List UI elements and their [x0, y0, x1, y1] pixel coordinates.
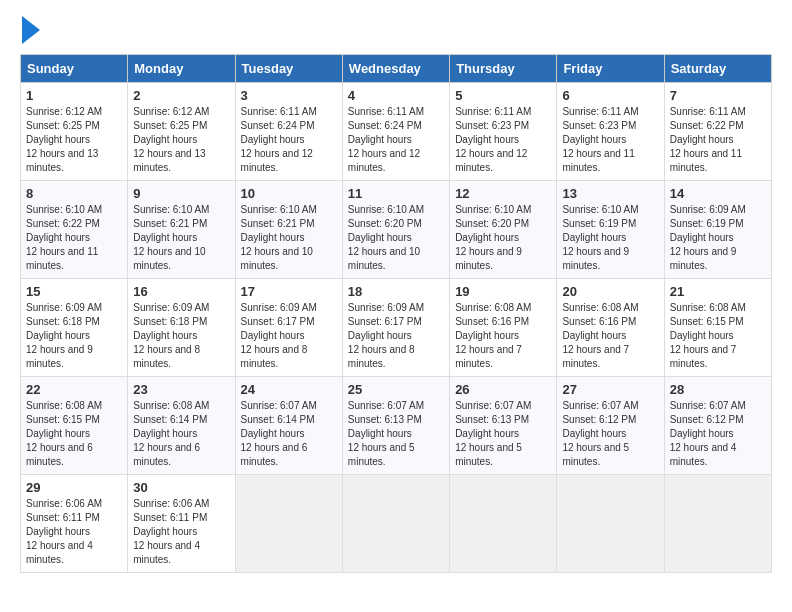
calendar-cell: 11Sunrise: 6:10 AMSunset: 6:20 PMDayligh…	[342, 181, 449, 279]
calendar-cell: 30Sunrise: 6:06 AMSunset: 6:11 PMDayligh…	[128, 475, 235, 573]
day-info: Sunrise: 6:08 AMSunset: 6:14 PMDaylight …	[133, 399, 229, 469]
day-number: 11	[348, 186, 444, 201]
calendar-cell: 6Sunrise: 6:11 AMSunset: 6:23 PMDaylight…	[557, 83, 664, 181]
calendar-cell: 5Sunrise: 6:11 AMSunset: 6:23 PMDaylight…	[450, 83, 557, 181]
logo-arrow-icon	[22, 16, 40, 44]
day-info: Sunrise: 6:10 AMSunset: 6:20 PMDaylight …	[455, 203, 551, 273]
calendar-cell: 22Sunrise: 6:08 AMSunset: 6:15 PMDayligh…	[21, 377, 128, 475]
calendar-cell: 25Sunrise: 6:07 AMSunset: 6:13 PMDayligh…	[342, 377, 449, 475]
calendar-cell	[557, 475, 664, 573]
day-number: 26	[455, 382, 551, 397]
calendar-cell: 27Sunrise: 6:07 AMSunset: 6:12 PMDayligh…	[557, 377, 664, 475]
calendar-row: 1Sunrise: 6:12 AMSunset: 6:25 PMDaylight…	[21, 83, 772, 181]
calendar-cell: 23Sunrise: 6:08 AMSunset: 6:14 PMDayligh…	[128, 377, 235, 475]
calendar-cell: 20Sunrise: 6:08 AMSunset: 6:16 PMDayligh…	[557, 279, 664, 377]
calendar-cell: 29Sunrise: 6:06 AMSunset: 6:11 PMDayligh…	[21, 475, 128, 573]
calendar-cell: 8Sunrise: 6:10 AMSunset: 6:22 PMDaylight…	[21, 181, 128, 279]
calendar-cell	[664, 475, 771, 573]
day-info: Sunrise: 6:07 AMSunset: 6:13 PMDaylight …	[348, 399, 444, 469]
day-number: 16	[133, 284, 229, 299]
day-info: Sunrise: 6:11 AMSunset: 6:24 PMDaylight …	[241, 105, 337, 175]
day-info: Sunrise: 6:10 AMSunset: 6:21 PMDaylight …	[241, 203, 337, 273]
day-number: 28	[670, 382, 766, 397]
calendar-cell: 9Sunrise: 6:10 AMSunset: 6:21 PMDaylight…	[128, 181, 235, 279]
calendar-cell	[235, 475, 342, 573]
day-number: 1	[26, 88, 122, 103]
day-number: 9	[133, 186, 229, 201]
calendar-row: 8Sunrise: 6:10 AMSunset: 6:22 PMDaylight…	[21, 181, 772, 279]
calendar-cell: 7Sunrise: 6:11 AMSunset: 6:22 PMDaylight…	[664, 83, 771, 181]
calendar-cell: 24Sunrise: 6:07 AMSunset: 6:14 PMDayligh…	[235, 377, 342, 475]
calendar-cell: 10Sunrise: 6:10 AMSunset: 6:21 PMDayligh…	[235, 181, 342, 279]
calendar-cell: 19Sunrise: 6:08 AMSunset: 6:16 PMDayligh…	[450, 279, 557, 377]
calendar-cell: 21Sunrise: 6:08 AMSunset: 6:15 PMDayligh…	[664, 279, 771, 377]
day-info: Sunrise: 6:10 AMSunset: 6:19 PMDaylight …	[562, 203, 658, 273]
calendar-cell: 16Sunrise: 6:09 AMSunset: 6:18 PMDayligh…	[128, 279, 235, 377]
day-info: Sunrise: 6:06 AMSunset: 6:11 PMDaylight …	[26, 497, 122, 567]
calendar-table: SundayMondayTuesdayWednesdayThursdayFrid…	[20, 54, 772, 573]
day-number: 6	[562, 88, 658, 103]
day-info: Sunrise: 6:09 AMSunset: 6:18 PMDaylight …	[133, 301, 229, 371]
day-info: Sunrise: 6:08 AMSunset: 6:16 PMDaylight …	[455, 301, 551, 371]
calendar-cell: 18Sunrise: 6:09 AMSunset: 6:17 PMDayligh…	[342, 279, 449, 377]
day-number: 2	[133, 88, 229, 103]
day-info: Sunrise: 6:12 AMSunset: 6:25 PMDaylight …	[26, 105, 122, 175]
day-number: 24	[241, 382, 337, 397]
day-header-sunday: Sunday	[21, 55, 128, 83]
day-info: Sunrise: 6:07 AMSunset: 6:13 PMDaylight …	[455, 399, 551, 469]
calendar-cell: 1Sunrise: 6:12 AMSunset: 6:25 PMDaylight…	[21, 83, 128, 181]
day-number: 23	[133, 382, 229, 397]
day-header-wednesday: Wednesday	[342, 55, 449, 83]
day-info: Sunrise: 6:08 AMSunset: 6:15 PMDaylight …	[26, 399, 122, 469]
day-info: Sunrise: 6:07 AMSunset: 6:14 PMDaylight …	[241, 399, 337, 469]
calendar-cell: 14Sunrise: 6:09 AMSunset: 6:19 PMDayligh…	[664, 181, 771, 279]
calendar-cell: 26Sunrise: 6:07 AMSunset: 6:13 PMDayligh…	[450, 377, 557, 475]
day-header-thursday: Thursday	[450, 55, 557, 83]
day-number: 18	[348, 284, 444, 299]
day-number: 12	[455, 186, 551, 201]
calendar-cell: 12Sunrise: 6:10 AMSunset: 6:20 PMDayligh…	[450, 181, 557, 279]
day-info: Sunrise: 6:11 AMSunset: 6:23 PMDaylight …	[562, 105, 658, 175]
calendar-cell: 28Sunrise: 6:07 AMSunset: 6:12 PMDayligh…	[664, 377, 771, 475]
day-number: 5	[455, 88, 551, 103]
day-number: 10	[241, 186, 337, 201]
calendar-cell: 3Sunrise: 6:11 AMSunset: 6:24 PMDaylight…	[235, 83, 342, 181]
day-info: Sunrise: 6:09 AMSunset: 6:17 PMDaylight …	[241, 301, 337, 371]
day-info: Sunrise: 6:11 AMSunset: 6:24 PMDaylight …	[348, 105, 444, 175]
page-header	[20, 20, 772, 44]
day-number: 15	[26, 284, 122, 299]
day-number: 19	[455, 284, 551, 299]
calendar-header-row: SundayMondayTuesdayWednesdayThursdayFrid…	[21, 55, 772, 83]
day-number: 20	[562, 284, 658, 299]
day-number: 29	[26, 480, 122, 495]
calendar-row: 22Sunrise: 6:08 AMSunset: 6:15 PMDayligh…	[21, 377, 772, 475]
day-number: 17	[241, 284, 337, 299]
day-number: 3	[241, 88, 337, 103]
calendar-cell: 2Sunrise: 6:12 AMSunset: 6:25 PMDaylight…	[128, 83, 235, 181]
day-number: 25	[348, 382, 444, 397]
day-info: Sunrise: 6:10 AMSunset: 6:20 PMDaylight …	[348, 203, 444, 273]
day-info: Sunrise: 6:12 AMSunset: 6:25 PMDaylight …	[133, 105, 229, 175]
day-info: Sunrise: 6:07 AMSunset: 6:12 PMDaylight …	[670, 399, 766, 469]
calendar-row: 29Sunrise: 6:06 AMSunset: 6:11 PMDayligh…	[21, 475, 772, 573]
day-info: Sunrise: 6:08 AMSunset: 6:16 PMDaylight …	[562, 301, 658, 371]
calendar-cell: 17Sunrise: 6:09 AMSunset: 6:17 PMDayligh…	[235, 279, 342, 377]
day-number: 30	[133, 480, 229, 495]
day-number: 14	[670, 186, 766, 201]
day-info: Sunrise: 6:09 AMSunset: 6:19 PMDaylight …	[670, 203, 766, 273]
day-number: 22	[26, 382, 122, 397]
day-number: 7	[670, 88, 766, 103]
day-header-friday: Friday	[557, 55, 664, 83]
calendar-cell	[450, 475, 557, 573]
day-info: Sunrise: 6:11 AMSunset: 6:23 PMDaylight …	[455, 105, 551, 175]
day-header-saturday: Saturday	[664, 55, 771, 83]
day-number: 21	[670, 284, 766, 299]
calendar-cell	[342, 475, 449, 573]
day-number: 27	[562, 382, 658, 397]
day-header-monday: Monday	[128, 55, 235, 83]
day-info: Sunrise: 6:10 AMSunset: 6:22 PMDaylight …	[26, 203, 122, 273]
calendar-cell: 4Sunrise: 6:11 AMSunset: 6:24 PMDaylight…	[342, 83, 449, 181]
day-number: 8	[26, 186, 122, 201]
day-info: Sunrise: 6:11 AMSunset: 6:22 PMDaylight …	[670, 105, 766, 175]
day-info: Sunrise: 6:10 AMSunset: 6:21 PMDaylight …	[133, 203, 229, 273]
